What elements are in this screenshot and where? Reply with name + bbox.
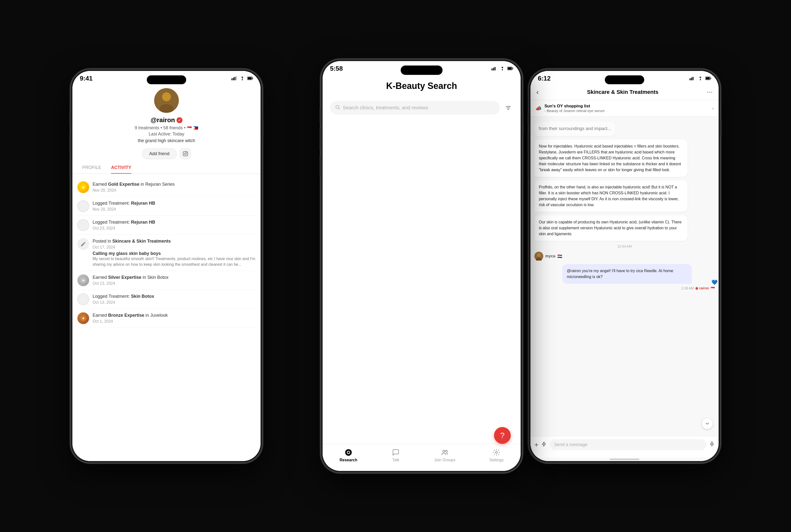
circle-icon <box>77 200 89 212</box>
circle-icon <box>77 293 89 305</box>
svg-text:★: ★ <box>82 185 85 189</box>
filter-icon[interactable] <box>503 103 513 113</box>
left-phone: 9:41 <box>71 69 263 463</box>
pinned-subtitle: - Beauty of Joseon retinal eye serum <box>544 109 709 113</box>
more-button[interactable]: ⋯ <box>707 89 713 96</box>
chat-user-row: myca 🇳🇱 <box>534 252 715 261</box>
pinned-banner[interactable]: 📣 Sun's OY shopping list - Beauty of Jos… <box>530 100 719 116</box>
svg-point-31 <box>443 450 445 452</box>
status-icons-left <box>231 76 253 80</box>
svg-point-8 <box>162 92 171 101</box>
svg-rect-21 <box>495 67 496 71</box>
svg-point-33 <box>496 452 498 453</box>
svg-point-11 <box>185 153 186 154</box>
svg-rect-0 <box>231 78 232 80</box>
message-timestamp: 1:18 AM <box>681 286 694 290</box>
search-placeholder: Search clinics, treatments, and reviews <box>343 105 428 111</box>
svg-point-12 <box>187 152 187 153</box>
wifi-icon-left <box>239 76 245 80</box>
lightning-button[interactable] <box>541 441 547 448</box>
dynamic-island-center <box>401 65 443 75</box>
nav-join-groups[interactable]: Join Groups <box>434 448 455 462</box>
center-phone-content: 5:58 <box>323 61 521 471</box>
message-input[interactable]: Send a message <box>549 439 706 450</box>
battery-icon-right <box>705 76 711 80</box>
tab-activity[interactable]: ACTIVITY <box>111 165 131 174</box>
chat-avatar-myca <box>534 252 543 261</box>
chat-username: myca <box>545 254 555 258</box>
message-bubble: Now for injectables. Hyaluronic acid bas… <box>534 139 688 177</box>
input-placeholder: Send a message <box>554 442 587 447</box>
svg-rect-34 <box>690 78 691 80</box>
signal-icon-center <box>491 66 498 71</box>
svg-rect-43 <box>711 442 713 444</box>
nav-settings[interactable]: Settings <box>489 448 504 462</box>
research-icon <box>344 448 353 457</box>
svg-rect-3 <box>236 76 237 80</box>
pencil-icon <box>77 238 89 250</box>
message-bubble: Our skin is capable of producing its own… <box>534 215 688 241</box>
status-icons-center <box>491 66 513 71</box>
chat-title: Skincare & Skin Treatments <box>539 89 707 95</box>
search-container: Search clinics, treatments, and reviews <box>323 96 521 119</box>
talk-icon <box>391 448 400 457</box>
svg-text:★: ★ <box>82 278 85 282</box>
fab-button[interactable]: ? <box>494 427 511 444</box>
activity-item: Logged Treatment: Skin Botox Oct 13, 202… <box>77 290 256 309</box>
last-active: Last Active: Today <box>149 132 185 137</box>
message-bubble: Profhilo, on the other hand, is also an … <box>534 180 688 212</box>
activity-item: Posted in Skincare & Skin Treatments Oct… <box>77 235 256 271</box>
svg-point-4 <box>242 79 243 80</box>
nav-research-label: Research <box>340 458 357 462</box>
left-phone-content: 9:41 <box>72 71 261 461</box>
svg-rect-6 <box>248 77 252 79</box>
signal-icon-right <box>690 76 695 80</box>
nav-talk[interactable]: Talk <box>391 448 400 462</box>
rairon-tag: ◉ rairon <box>695 286 709 290</box>
scroll-down-button[interactable] <box>702 418 713 429</box>
activity-item: ★ Earned Silver Expertise in Skin Botox … <box>77 271 256 290</box>
svg-rect-19 <box>491 69 493 71</box>
time-right: 6:12 <box>538 75 551 82</box>
nav-research[interactable]: Research <box>340 448 357 462</box>
microphone-button[interactable] <box>709 441 715 448</box>
avatar-image <box>154 88 179 113</box>
chevron-down-icon <box>705 421 710 426</box>
status-icons-right <box>690 76 711 80</box>
right-message-container: @rairon you're my angel! I'll have to tr… <box>562 264 715 291</box>
home-indicator <box>610 459 639 460</box>
chat-area: from their surroundings and impact... No… <box>530 116 719 436</box>
back-button[interactable]: ‹ <box>536 88 539 96</box>
profile-stats: 9 treatments • 58 friends • 🇸🇬 🇵🇭 <box>135 125 198 131</box>
time-center: 5:58 <box>330 65 343 72</box>
chat-input-area: + Send a message <box>530 436 719 458</box>
activity-item: ★ Earned Bronze Expertise in Juvelook Oc… <box>77 309 256 328</box>
svg-point-30 <box>345 449 352 456</box>
pinned-content: Sun's OY shopping list - Beauty of Joseo… <box>544 104 709 113</box>
bottom-navigation: Research Talk <box>323 444 521 471</box>
svg-rect-20 <box>493 68 494 71</box>
nav-join-groups-label: Join Groups <box>434 458 455 462</box>
message-bubble: from their surroundings and impact... <box>534 121 615 136</box>
right-phone-content: 6:12 <box>530 71 719 461</box>
tab-profile[interactable]: PROFILE <box>82 165 101 174</box>
bronze-badge-icon: ★ <box>77 312 89 324</box>
center-phone: 5:58 <box>321 59 523 473</box>
avatar <box>154 88 179 113</box>
verified-badge <box>177 117 182 123</box>
avatar-svg <box>154 88 179 113</box>
search-bar[interactable]: Search clinics, treatments, and reviews <box>330 101 500 115</box>
add-friend-button[interactable]: Add friend <box>142 149 177 159</box>
message-bubble-right: @rairon you're my angel! I'll have to tr… <box>562 264 692 284</box>
pinned-arrow-icon: › <box>712 106 714 111</box>
plus-button[interactable]: + <box>534 441 538 449</box>
instagram-button[interactable] <box>180 148 191 159</box>
svg-rect-36 <box>693 77 693 80</box>
svg-text:★: ★ <box>82 316 85 320</box>
activity-item: Logged Treatment: Rejuran HB Nov 20, 202… <box>77 197 256 216</box>
svg-rect-10 <box>183 151 188 156</box>
username-row: @rairon <box>151 116 182 124</box>
svg-rect-39 <box>706 77 710 79</box>
activity-list: ★ Earned Gold Expertise in Rejuran Serie… <box>72 174 261 461</box>
svg-point-32 <box>445 450 447 452</box>
